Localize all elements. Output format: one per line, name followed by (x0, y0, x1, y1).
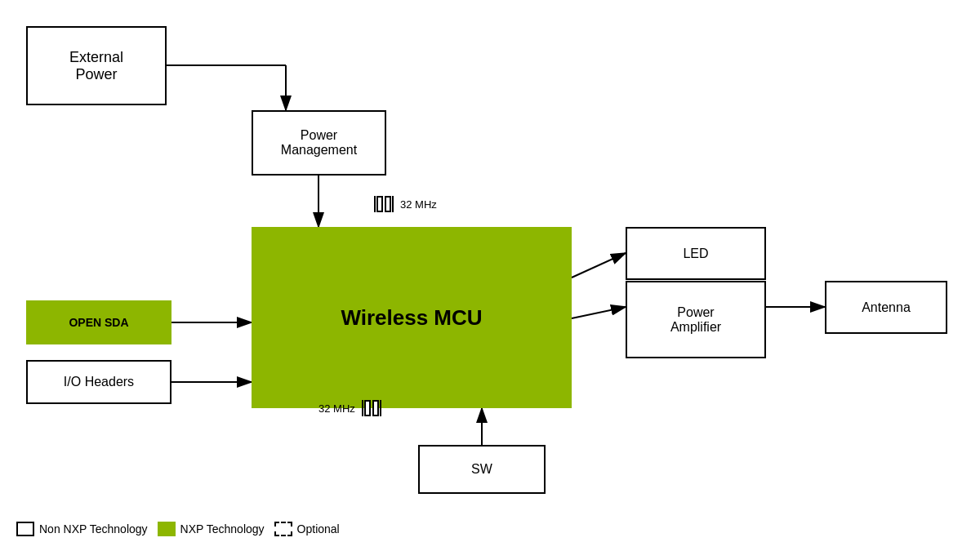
legend-nxp: NXP Technology (158, 522, 265, 536)
antenna-block: Antenna (825, 281, 947, 334)
led-block: LED (626, 227, 766, 280)
crystal-top: 32 MHz (374, 196, 437, 212)
diagram: External Power Power Management 32 MHz W… (0, 0, 980, 551)
sw-label: SW (471, 462, 492, 477)
svg-line-6 (572, 253, 626, 278)
legend-optional-label: Optional (297, 522, 340, 535)
power-management-label: Power Management (281, 128, 357, 158)
legend-nxp-label: NXP Technology (180, 522, 265, 535)
io-headers-label: I/O Headers (64, 375, 134, 389)
legend-nxp-box (158, 522, 176, 536)
open-sda-block: OPEN SDA (26, 300, 172, 344)
legend-optional: Optional (274, 522, 340, 536)
power-amplifier-block: Power Amplifier (626, 281, 766, 358)
wireless-mcu-label: Wireless MCU (341, 305, 482, 331)
sw-block: SW (418, 445, 546, 494)
crystal-symbol-bottom (362, 400, 381, 416)
crystal-bottom: 32 MHz (318, 400, 381, 416)
freq-bottom-label: 32 MHz (318, 402, 355, 415)
led-label: LED (683, 247, 708, 261)
legend: Non NXP Technology NXP Technology Option… (16, 522, 340, 536)
open-sda-label: OPEN SDA (69, 316, 128, 329)
power-management-block: Power Management (252, 110, 386, 176)
crystal-symbol-top (374, 196, 394, 212)
power-amplifier-label: Power Amplifier (670, 305, 721, 335)
external-power-label: External Power (69, 49, 123, 83)
legend-non-nxp: Non NXP Technology (16, 522, 148, 536)
freq-top-label: 32 MHz (400, 198, 437, 211)
svg-line-7 (572, 307, 626, 318)
antenna-label: Antenna (862, 300, 911, 315)
external-power-block: External Power (26, 26, 167, 105)
legend-optional-box (274, 522, 292, 536)
io-headers-block: I/O Headers (26, 360, 172, 404)
legend-non-nxp-box (16, 522, 34, 536)
legend-non-nxp-label: Non NXP Technology (39, 522, 148, 535)
wireless-mcu-block: Wireless MCU (252, 227, 572, 408)
